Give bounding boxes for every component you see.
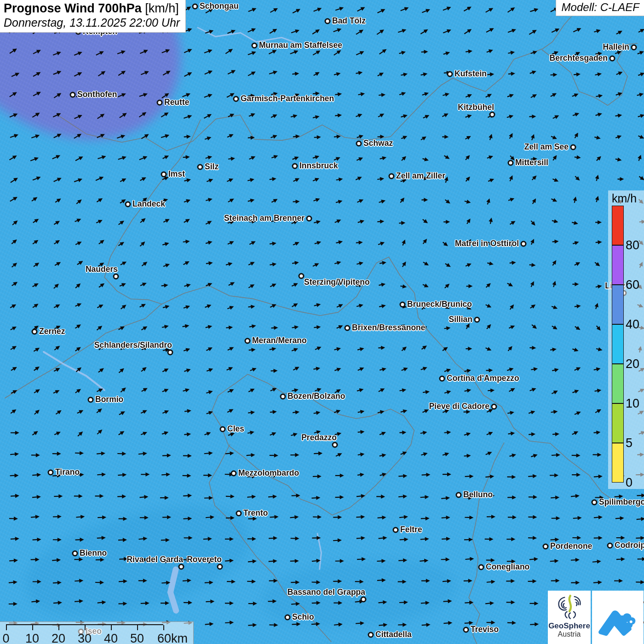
city-label: Tirano [55, 467, 80, 477]
city-marker [478, 564, 484, 570]
city-marker [70, 92, 76, 98]
city-marker [521, 241, 527, 247]
scale-tick [6, 625, 7, 630]
city-label: Berchtesgaden [550, 53, 608, 63]
city-marker [167, 350, 173, 356]
city-label: Cles [227, 424, 244, 434]
scale-ruler: 0102030405060km [6, 624, 163, 630]
mountain-logo[interactable] [592, 591, 644, 644]
city-marker [368, 632, 374, 638]
city-label: Belluno [463, 490, 493, 500]
city-marker [508, 160, 514, 166]
city-marker [88, 397, 94, 403]
city-marker [306, 216, 312, 222]
city-marker [361, 597, 367, 603]
city-label: Zernez [39, 327, 65, 336]
city-marker [197, 164, 203, 170]
scale-tick [58, 625, 59, 630]
city-marker [447, 71, 453, 77]
scale-tick [32, 625, 33, 630]
city-marker [231, 471, 237, 477]
legend-segment [612, 245, 624, 285]
legend-segment [612, 285, 624, 324]
city-label: Bienno [80, 548, 107, 558]
weather-map: SchongauBad TölzKemptenMurnau am Staffel… [0, 0, 644, 644]
city-label: Murnau am Staffelsee [259, 40, 342, 50]
city-label: Mezzolombardo [238, 468, 299, 478]
city-marker [217, 564, 223, 570]
city-label: Schio [292, 612, 314, 622]
city-label: Hallein [603, 42, 629, 52]
city-label: Nauders [86, 264, 118, 274]
city-label: Cortina d'Ampezzo [447, 374, 519, 383]
scale-tick-label: 40 [104, 632, 118, 644]
city-label: Innsbruck [299, 161, 338, 171]
legend-color-bar [612, 206, 624, 483]
city-marker [280, 394, 286, 400]
city-label: Silz [205, 162, 218, 172]
city-marker [245, 338, 251, 344]
city-marker [400, 302, 406, 308]
city-label: Spilimbergo [599, 497, 644, 507]
city-label: Brixen/Bressanone [352, 323, 426, 333]
scale-tick [111, 625, 112, 630]
legend-segment [612, 403, 624, 443]
city-label: Bassano del Grappa [288, 587, 365, 597]
legend-tick-label: 10 [626, 397, 639, 411]
city-label: Rovereto [187, 555, 222, 564]
title-main: Prognose Wind 700hPa [4, 1, 142, 15]
city-marker [356, 141, 362, 147]
scale-tick [85, 625, 86, 630]
city-marker [220, 426, 226, 432]
city-label: Kitzbühel [458, 103, 494, 112]
legend-tick-label: 20 [626, 357, 639, 371]
city-marker [161, 172, 167, 178]
legend-tick-label: 40 [626, 317, 639, 332]
geosphere-logo[interactable]: GeoSphere Austria [548, 591, 591, 644]
city-label: Schwaz [363, 138, 393, 148]
city-label: Meran/Merano [252, 336, 307, 345]
legend-tick-label: 5 [626, 436, 632, 450]
city-label: Steinach am Brenner [224, 213, 305, 223]
city-marker [325, 18, 331, 24]
city-label: Imst [168, 169, 185, 179]
city-marker [489, 112, 495, 118]
city-marker [233, 96, 239, 102]
city-label: Riva del Garda [126, 555, 183, 564]
city-marker [157, 100, 163, 106]
title-box: Prognose Wind 700hPa [km/h] Donnerstag, … [0, 0, 185, 32]
geosphere-country: Austria [558, 630, 581, 638]
city-marker [299, 273, 305, 279]
city-marker [631, 45, 637, 51]
legend-segment [612, 443, 624, 483]
city-marker [285, 615, 291, 621]
city-label: Conegliano [486, 562, 529, 572]
city-label: Feltre [400, 525, 422, 535]
legend-segment [612, 364, 624, 403]
city-label: Sonthofen [77, 90, 117, 99]
legend-segment [612, 206, 624, 245]
city-label: Bormio [95, 395, 123, 404]
scale-tick [163, 625, 164, 630]
city-label: Pieve di Cadore [429, 402, 489, 411]
city-label: Zell am Ziller [396, 171, 445, 181]
scale-tick-label: 20 [52, 632, 65, 644]
forecast-datetime: Donnerstag, 13.11.2025 22:00 Uhr [4, 16, 180, 29]
city-label: Kufstein [454, 69, 487, 79]
city-marker [332, 442, 338, 448]
legend-segment [612, 324, 624, 364]
city-marker [607, 543, 613, 549]
city-marker [252, 43, 258, 49]
city-label: Mittersill [515, 158, 548, 167]
city-marker [389, 173, 395, 179]
scale-tick [137, 625, 138, 630]
city-label: Predazzo [301, 433, 337, 443]
city-label: Codroipo [615, 540, 644, 550]
city-marker [610, 56, 615, 62]
model-label: Modell: C-LAEF [556, 0, 644, 16]
city-marker [463, 627, 469, 633]
geosphere-wordmark: GeoSphere [548, 622, 590, 630]
city-marker [32, 329, 38, 335]
city-marker [125, 201, 131, 207]
city-marker [192, 4, 198, 10]
